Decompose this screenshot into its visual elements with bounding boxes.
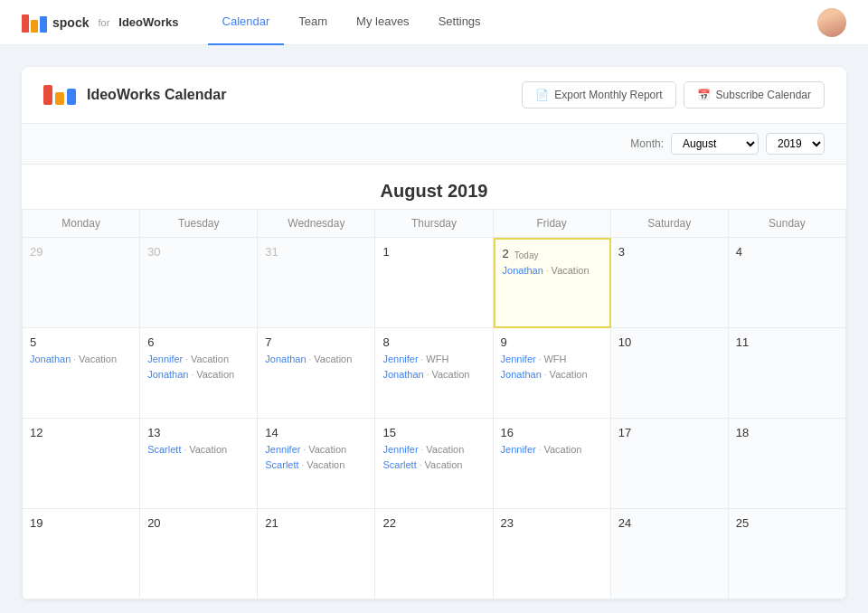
event-person-name[interactable]: Jennifer	[147, 353, 183, 366]
event-type-label: Vacation	[543, 443, 581, 457]
event-person-name[interactable]: Scarlett	[382, 458, 416, 472]
calendar-grid: MondayTuesdayWednesdayThursdayFridaySatu…	[22, 209, 846, 599]
event-person-name[interactable]: Scarlett	[147, 443, 181, 457]
event-separator: ·	[539, 354, 542, 366]
day-number: 9	[501, 335, 507, 349]
calendar-event[interactable]: Jennifer·Vacation	[501, 443, 603, 457]
day-number: 15	[382, 426, 395, 439]
calendar-event[interactable]: Scarlett·Vacation	[147, 443, 250, 457]
event-person-name[interactable]: Jonathan	[503, 264, 543, 278]
calendar-cell[interactable]: 5Jonathan·Vacation	[23, 328, 140, 419]
calendar-cell[interactable]: 10	[611, 328, 729, 419]
day-number: 6	[147, 335, 154, 349]
calendar-cell[interactable]: 6Jennifer·VacationJonathan·Vacation	[140, 328, 258, 419]
event-type-label: Vacation	[552, 264, 590, 278]
calendar-cell[interactable]: 30	[140, 238, 258, 328]
nav-link-settings[interactable]: Settings	[424, 0, 495, 45]
svg-rect-0	[22, 14, 29, 33]
calendar-event[interactable]: Jonathan·Vacation	[501, 368, 603, 382]
calendar-cell[interactable]: 7Jonathan·Vacation	[258, 328, 375, 419]
calendar-cell[interactable]: 24	[611, 509, 729, 599]
calendar-cell[interactable]: 31	[258, 238, 375, 328]
day-number: 5	[30, 335, 36, 349]
calendar-event[interactable]: Jonathan·Vacation	[265, 353, 367, 366]
calendar-cell[interactable]: 29	[23, 238, 140, 328]
calendar-cell[interactable]: 25	[729, 509, 846, 599]
calendar-event[interactable]: Jonathan·Vacation	[382, 368, 485, 382]
month-select[interactable]: JanuaryFebruaryMarchAprilMayJuneJulyAugu…	[671, 133, 759, 155]
event-person-name[interactable]: Jennifer	[501, 443, 536, 457]
calendar-cell[interactable]: 12	[23, 419, 140, 509]
calendar-cell[interactable]: 8Jennifer·WFHJonathan·Vacation	[375, 328, 493, 419]
subscribe-label: Subscribe Calendar	[716, 89, 811, 101]
calendar-logo-icon	[43, 85, 76, 105]
calendar-event[interactable]: Jennifer·Vacation	[265, 443, 367, 457]
event-type-label: Vacation	[431, 368, 469, 382]
event-person-name[interactable]: Jonathan	[501, 368, 542, 382]
event-type-label: Vacation	[426, 443, 464, 457]
calendar-event[interactable]: Jennifer·WFH	[382, 353, 485, 366]
calendar-event[interactable]: Jonathan·Vacation	[30, 353, 132, 366]
calendar-cell[interactable]: 18	[729, 419, 846, 509]
calendar-cell[interactable]: 11	[729, 328, 846, 419]
calendar-cell[interactable]: 1	[375, 238, 493, 328]
month-title: August 2019	[22, 165, 846, 209]
avatar[interactable]	[817, 8, 846, 37]
event-type-label: Vacation	[307, 458, 344, 472]
event-person-name[interactable]: Jonathan	[265, 353, 306, 366]
calendar-event[interactable]: Scarlett·Vacation	[265, 458, 367, 472]
day-number: 1	[382, 245, 389, 259]
calendar-cell[interactable]: 21	[258, 509, 375, 599]
calendar-cell[interactable]: 3	[611, 238, 729, 328]
calendar-cell[interactable]: 2TodayJonathan·Vacation	[494, 238, 611, 328]
subscribe-button[interactable]: 📅 Subscribe Calendar	[684, 81, 825, 108]
calendar-event[interactable]: Jennifer·Vacation	[382, 443, 485, 457]
day-number: 10	[618, 335, 631, 349]
year-select[interactable]: 20172018201920202021	[766, 133, 825, 155]
nav-link-my-leaves[interactable]: My leaves	[342, 0, 424, 45]
calendar-cell[interactable]: 19	[23, 509, 140, 599]
calendar-cell[interactable]: 17	[611, 419, 729, 509]
day-header-friday: Friday	[494, 210, 611, 238]
day-number: 11	[736, 335, 749, 349]
event-person-name[interactable]: Jonathan	[147, 368, 188, 382]
calendar-cell[interactable]: 15Jennifer·VacationScarlett·Vacation	[375, 419, 493, 509]
day-number: 17	[618, 426, 631, 439]
navbar: spock for IdeoWorks CalendarTeamMy leave…	[0, 0, 868, 45]
event-person-name[interactable]: Jonathan	[382, 368, 423, 382]
event-person-name[interactable]: Jennifer	[382, 443, 418, 457]
event-person-name[interactable]: Jennifer	[382, 353, 418, 366]
calendar-event[interactable]: Scarlett·Vacation	[382, 458, 485, 472]
calendar-event[interactable]: Jennifer·WFH	[501, 353, 603, 366]
calendar-body: August 2019 MondayTuesdayWednesdayThursd…	[22, 165, 846, 599]
calendar-cell[interactable]: 20	[140, 509, 258, 599]
event-type-label: Vacation	[79, 353, 117, 366]
calendar-cell[interactable]: 13Scarlett·Vacation	[140, 419, 258, 509]
calendar-event[interactable]: Jennifer·Vacation	[147, 353, 250, 366]
day-number: 29	[30, 245, 42, 259]
day-number: 2	[503, 247, 509, 260]
export-icon: 📄	[535, 89, 549, 101]
calendar-cell[interactable]: 16Jennifer·Vacation	[494, 419, 611, 509]
day-number: 24	[618, 516, 631, 530]
calendar-event[interactable]: Jonathan·Vacation	[503, 264, 602, 278]
svg-rect-1	[31, 20, 38, 33]
nav-link-team[interactable]: Team	[284, 0, 342, 45]
calendar-cell[interactable]: 4	[729, 238, 846, 328]
export-button[interactable]: 📄 Export Monthly Report	[522, 81, 675, 108]
day-number: 30	[147, 245, 160, 259]
calendar-cell[interactable]: 22	[375, 509, 493, 599]
subscribe-icon: 📅	[697, 89, 711, 101]
event-person-name[interactable]: Jennifer	[501, 353, 536, 366]
calendar-cell[interactable]: 14Jennifer·VacationScarlett·Vacation	[258, 419, 375, 509]
calendar-title-row: IdeoWorks Calendar	[43, 85, 226, 105]
event-person-name[interactable]: Scarlett	[265, 458, 298, 472]
event-person-name[interactable]: Jonathan	[30, 353, 71, 366]
nav-link-calendar[interactable]: Calendar	[208, 0, 285, 45]
calendar-event[interactable]: Jonathan·Vacation	[147, 368, 250, 382]
day-header-sunday: Sunday	[729, 210, 846, 238]
day-header-wednesday: Wednesday	[258, 210, 375, 238]
calendar-cell[interactable]: 9Jennifer·WFHJonathan·Vacation	[494, 328, 611, 419]
event-person-name[interactable]: Jennifer	[265, 443, 300, 457]
calendar-cell[interactable]: 23	[494, 509, 611, 599]
